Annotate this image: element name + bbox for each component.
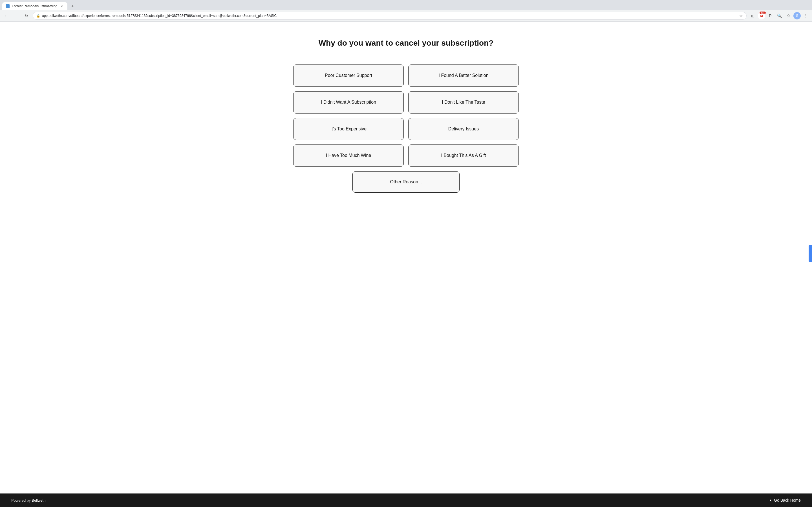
page-title: Why do you want to cancel your subscript… <box>319 39 494 48</box>
menu-button[interactable]: ⋮ <box>802 12 810 20</box>
refresh-button[interactable]: ↻ <box>22 12 31 20</box>
other-reason-row: Other Reason... <box>293 171 519 193</box>
profile-avatar[interactable]: S <box>794 12 801 19</box>
url-text: app.bellwethr.com/offboard/experience/fo… <box>42 14 738 18</box>
option-delivery-issues[interactable]: Delivery Issues <box>408 118 519 140</box>
option-too-much-wine[interactable]: I Have Too Much Wine <box>293 145 404 167</box>
option-found-better-solution[interactable]: I Found A Better Solution <box>408 64 519 87</box>
chevron-up-icon: ▲ <box>769 498 772 502</box>
search-icon[interactable]: 🔍 <box>775 12 783 20</box>
bookmark-icon[interactable]: ☆ <box>739 13 743 18</box>
go-back-label: Go Back Home <box>774 498 801 503</box>
browser-chrome: Forrest Remodels Offboarding ✕ + ← → ↻ 🔒… <box>0 0 812 22</box>
option-didnt-want-subscription[interactable]: I Didn't Want A Subscription <box>293 91 404 114</box>
tab-bar: Forrest Remodels Offboarding ✕ + <box>0 0 812 10</box>
address-bar[interactable]: 🔒 app.bellwethr.com/offboard/experience/… <box>33 12 747 20</box>
tab-close-button[interactable]: ✕ <box>59 4 64 8</box>
option-dont-like-taste[interactable]: I Don't Like The Taste <box>408 91 519 114</box>
page-content: Why do you want to cancel your subscript… <box>0 22 812 494</box>
back-button[interactable]: ← <box>2 12 10 20</box>
forward-button[interactable]: → <box>12 12 20 20</box>
extensions-button[interactable]: ⊞ <box>749 12 757 20</box>
lock-icon: 🔒 <box>36 14 40 18</box>
options-grid: Poor Customer Support I Found A Better S… <box>293 64 519 167</box>
go-back-home-button[interactable]: ▲ Go Back Home <box>769 498 801 503</box>
paypal-icon[interactable]: P <box>766 12 774 20</box>
tab-favicon <box>6 4 10 8</box>
option-poor-customer-support[interactable]: Poor Customer Support <box>293 64 404 87</box>
footer: Powered by Bellwethr ▲ Go Back Home <box>0 494 812 507</box>
powered-by-text: Powered by <box>11 498 31 503</box>
bellwethr-link[interactable]: Bellwethr <box>32 498 47 503</box>
side-panel-tab[interactable] <box>809 245 812 262</box>
extensions-puzzle-icon[interactable]: ⚖ <box>784 12 792 20</box>
active-tab[interactable]: Forrest Remodels Offboarding ✕ <box>2 2 67 10</box>
tab-label: Forrest Remodels Offboarding <box>12 4 57 8</box>
option-bought-as-gift[interactable]: I Bought This As A Gift <box>408 145 519 167</box>
other-reason-button[interactable]: Other Reason... <box>352 171 460 193</box>
browser-actions: ⊞ M P 🔍 ⚖ S ⋮ <box>749 12 810 20</box>
gmail-icon[interactable]: M <box>758 12 765 19</box>
address-bar-row: ← → ↻ 🔒 app.bellwethr.com/offboard/exper… <box>0 10 812 21</box>
option-too-expensive[interactable]: It's Too Expensive <box>293 118 404 140</box>
powered-by: Powered by Bellwethr <box>11 498 47 503</box>
new-tab-button[interactable]: + <box>68 2 77 10</box>
